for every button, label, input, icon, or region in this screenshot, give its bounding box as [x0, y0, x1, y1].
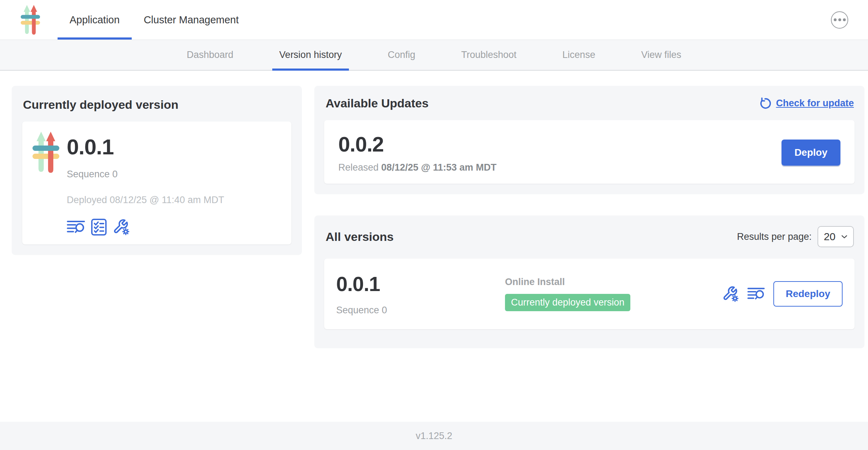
row-version-sequence: Sequence 0: [336, 305, 505, 316]
all-versions-card: All versions Results per page: 20 0.0: [314, 215, 864, 348]
current-version-actions: [67, 218, 224, 236]
subtab-troubleshoot[interactable]: Troubleshoot: [454, 40, 524, 70]
right-column: Available Updates Check for update 0.0.2…: [314, 86, 864, 348]
app-logo-icon: [19, 4, 43, 35]
results-per-page: Results per page: 20: [737, 226, 854, 247]
console-version: v1.125.2: [416, 431, 452, 442]
top-nav-bar: Application Cluster Management: [0, 0, 868, 40]
tab-application[interactable]: Application: [58, 0, 132, 40]
update-version-details: 0.0.2 Released 08/12/25 @ 11:53 am MDT: [338, 132, 497, 173]
tab-cluster-management[interactable]: Cluster Management: [132, 0, 251, 40]
ellipsis-dot: [843, 18, 846, 21]
edit-config-icon[interactable]: [113, 219, 130, 236]
all-versions-header: All versions Results per page: 20: [326, 226, 854, 247]
currently-deployed-inner-card: 0.0.1 Sequence 0 Deployed 08/12/25 @ 11:…: [22, 122, 291, 244]
edit-config-icon[interactable]: [722, 286, 739, 302]
update-released-timestamp: Released 08/12/25 @ 11:53 am MDT: [338, 162, 497, 173]
app-logo-icon: [31, 131, 60, 236]
current-version-number: 0.0.1: [67, 135, 224, 159]
refresh-icon: [758, 97, 772, 110]
redeploy-button[interactable]: Redeploy: [773, 281, 843, 307]
release-notes-icon[interactable]: [747, 286, 765, 301]
currently-deployed-badge: Currently deployed version: [505, 294, 630, 311]
check-for-update-link[interactable]: Check for update: [758, 97, 854, 110]
version-row-actions: Redeploy: [722, 281, 843, 307]
currently-deployed-card: Currently deployed version 0.0.1 Sequenc…: [12, 86, 302, 255]
row-version-number: 0.0.1: [336, 272, 505, 296]
current-version-sequence: Sequence 0: [67, 169, 224, 180]
released-date: 08/12/25 @ 11:53 am MDT: [381, 162, 497, 173]
results-per-page-label: Results per page:: [737, 231, 812, 242]
available-update-row: 0.0.2 Released 08/12/25 @ 11:53 am MDT D…: [324, 120, 855, 184]
currently-deployed-title: Currently deployed version: [23, 98, 291, 112]
all-versions-title: All versions: [326, 230, 394, 244]
available-updates-card: Available Updates Check for update 0.0.2…: [314, 86, 864, 194]
deploy-button[interactable]: Deploy: [781, 140, 840, 166]
chevron-down-icon: [840, 233, 848, 241]
check-for-update-label: Check for update: [776, 98, 854, 109]
app-sub-nav: Dashboard Version history Config Trouble…: [0, 40, 868, 71]
subtab-version-history[interactable]: Version history: [272, 40, 349, 70]
results-per-page-select[interactable]: 20: [818, 226, 854, 247]
page-footer: v1.125.2: [0, 422, 868, 450]
results-per-page-value: 20: [824, 231, 836, 243]
version-row-details: 0.0.1 Sequence 0: [336, 272, 505, 316]
available-updates-header: Available Updates Check for update: [326, 96, 854, 110]
ellipsis-menu-button[interactable]: [831, 11, 848, 29]
subtab-dashboard[interactable]: Dashboard: [180, 40, 240, 70]
preflight-checks-icon[interactable]: [91, 218, 107, 236]
ellipsis-dot: [834, 18, 837, 21]
current-version-details: 0.0.1 Sequence 0 Deployed 08/12/25 @ 11:…: [67, 131, 224, 236]
version-row: 0.0.1 Sequence 0 Online Install Currentl…: [324, 259, 855, 329]
subtab-config[interactable]: Config: [381, 40, 422, 70]
subtab-license[interactable]: License: [555, 40, 602, 70]
update-version-number: 0.0.2: [338, 132, 497, 156]
admin-console-page: Application Cluster Management Dashboard…: [0, 0, 868, 450]
main-content: Currently deployed version 0.0.1 Sequenc…: [0, 71, 868, 422]
tab-cluster-management-label: Cluster Management: [144, 14, 239, 26]
ellipsis-dot: [838, 18, 841, 21]
version-row-status: Online Install Currently deployed versio…: [505, 277, 722, 311]
available-updates-title: Available Updates: [326, 96, 429, 110]
install-type-label: Online Install: [505, 277, 722, 288]
top-nav-tabs: Application Cluster Management: [58, 0, 251, 40]
current-version-deployed-timestamp: Deployed 08/12/25 @ 11:40 am MDT: [67, 195, 224, 206]
tab-application-label: Application: [70, 14, 120, 26]
released-label: Released: [338, 162, 379, 173]
release-notes-icon[interactable]: [67, 219, 85, 235]
subtab-view-files[interactable]: View files: [634, 40, 689, 70]
